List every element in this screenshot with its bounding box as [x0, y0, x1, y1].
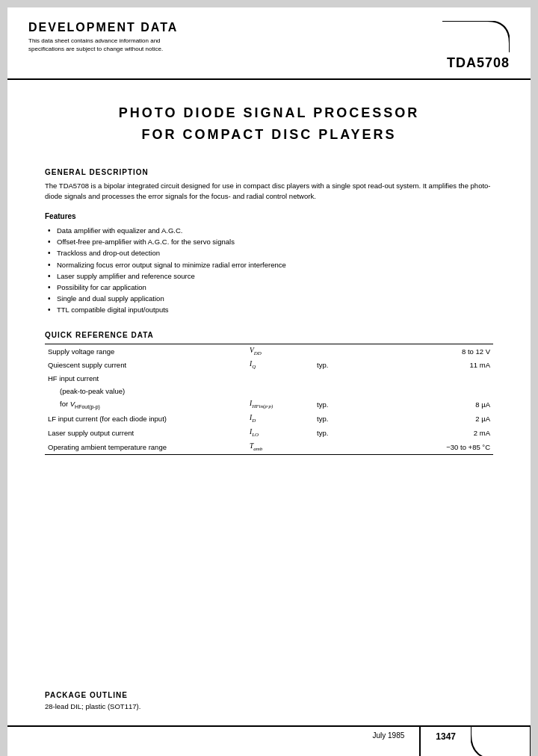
- table-row: [45, 454, 493, 456]
- package-section: PACKAGE OUTLINE 28-lead DIL; plastic (SO…: [7, 691, 531, 718]
- general-description-text: The TDA5708 is a bipolar integrated circ…: [45, 181, 493, 202]
- param-cell: (peak-to-peak value): [45, 385, 247, 397]
- symbol-cell: Tamb: [247, 440, 314, 454]
- header-bracket-svg: [442, 21, 510, 52]
- footer-page-number: 1347: [421, 727, 471, 756]
- typ-cell: [314, 385, 368, 397]
- features-list: Data amplifier with equalizer and A.G.C.…: [45, 225, 493, 316]
- chip-id: TDA5708: [447, 55, 510, 71]
- page: DEVELOPMENT DATA This data sheet contain…: [7, 7, 531, 756]
- param-cell: Operating ambient temperature range: [45, 440, 247, 454]
- value-cell: [368, 372, 493, 385]
- table-row: HF input current: [45, 372, 493, 385]
- table-row: Supply voltage range VDD 8 to 12 V: [45, 344, 493, 359]
- main-title: PHOTO DIODE SIGNAL PROCESSOR FOR COMPACT…: [45, 102, 493, 146]
- symbol-cell: ID: [247, 412, 314, 426]
- features-section: Features Data amplifier with equalizer a…: [45, 212, 493, 316]
- list-item: Offset-free pre-amplifier with A.G.C. fo…: [45, 236, 493, 247]
- typ-cell: typ.: [314, 426, 368, 440]
- list-item: Possibility for car application: [45, 282, 493, 293]
- table-row: (peak-to-peak value): [45, 385, 493, 397]
- list-item: TTL compatible digital input/outputs: [45, 304, 493, 315]
- symbol-cell: [247, 372, 314, 385]
- table-row: Quiescent supply current IQ typ. 11 mA: [45, 358, 493, 372]
- page-header: DEVELOPMENT DATA This data sheet contain…: [7, 7, 531, 80]
- table-row: LF input current (for each diode input) …: [45, 412, 493, 426]
- features-title: Features: [45, 212, 493, 220]
- table-row: Operating ambient temperature range Tamb…: [45, 440, 493, 454]
- footer-bar: July 1985 1347: [7, 725, 531, 756]
- param-cell: HF input current: [45, 372, 247, 385]
- package-title: PACKAGE OUTLINE: [45, 691, 493, 699]
- value-cell: 8 to 12 V: [368, 344, 493, 359]
- footer-curve: [471, 727, 531, 756]
- typ-cell: typ.: [314, 358, 368, 372]
- page-footer: PACKAGE OUTLINE 28-lead DIL; plastic (SO…: [7, 691, 531, 756]
- typ-cell: typ.: [314, 397, 368, 412]
- symbol-cell: [247, 385, 314, 397]
- main-title-block: PHOTO DIODE SIGNAL PROCESSOR FOR COMPACT…: [45, 102, 493, 146]
- param-cell: Laser supply output current: [45, 426, 247, 440]
- general-description-title: GENERAL DESCRIPTION: [45, 168, 493, 176]
- param-cell: LF input current (for each diode input): [45, 412, 247, 426]
- typ-cell: [314, 344, 368, 359]
- list-item: Data amplifier with equalizer and A.G.C.: [45, 225, 493, 236]
- value-cell: 2 µA: [368, 412, 493, 426]
- quick-reference-table: Supply voltage range VDD 8 to 12 V Quies…: [45, 344, 493, 456]
- package-text: 28-lead DIL; plastic (SOT117).: [45, 702, 493, 710]
- list-item: Laser supply amplifier and reference sou…: [45, 270, 493, 282]
- symbol-cell: ILO: [247, 426, 314, 440]
- general-description-section: GENERAL DESCRIPTION The TDA5708 is a bip…: [45, 168, 493, 202]
- symbol-cell: IHFin(p·p): [247, 397, 314, 412]
- quick-reference-section: QUICK REFERENCE DATA Supply voltage rang…: [45, 331, 493, 456]
- list-item: Normalizing focus error output signal to…: [45, 259, 493, 270]
- symbol-cell: IQ: [247, 358, 314, 372]
- typ-cell: [314, 372, 368, 385]
- param-cell: for VHFout(p-p): [45, 397, 247, 412]
- value-cell: [368, 385, 493, 397]
- value-cell: −30 to +85 °C: [368, 440, 493, 454]
- table-row: for VHFout(p-p) IHFin(p·p) typ. 8 µA: [45, 397, 493, 412]
- typ-cell: [314, 440, 368, 454]
- main-content: PHOTO DIODE SIGNAL PROCESSOR FOR COMPACT…: [7, 80, 531, 471]
- header-left: DEVELOPMENT DATA This data sheet contain…: [28, 21, 178, 53]
- symbol-cell: VDD: [247, 344, 314, 359]
- typ-cell: typ.: [314, 412, 368, 426]
- header-right: TDA5708: [442, 21, 510, 71]
- table-row: Laser supply output current ILO typ. 2 m…: [45, 426, 493, 440]
- quick-reference-title: QUICK REFERENCE DATA: [45, 331, 493, 339]
- param-cell: Supply voltage range: [45, 344, 247, 359]
- value-cell: 8 µA: [368, 397, 493, 412]
- footer-date: July 1985: [357, 727, 421, 756]
- list-item: Trackloss and drop-out detection: [45, 247, 493, 258]
- footer-curve-svg: [471, 727, 531, 756]
- dev-data-title: DEVELOPMENT DATA: [28, 21, 178, 34]
- value-cell: 11 mA: [368, 358, 493, 372]
- list-item: Single and dual supply application: [45, 293, 493, 304]
- param-cell: Quiescent supply current: [45, 358, 247, 372]
- dev-data-subtitle: This data sheet contains advance informa…: [28, 37, 178, 53]
- value-cell: 2 mA: [368, 426, 493, 440]
